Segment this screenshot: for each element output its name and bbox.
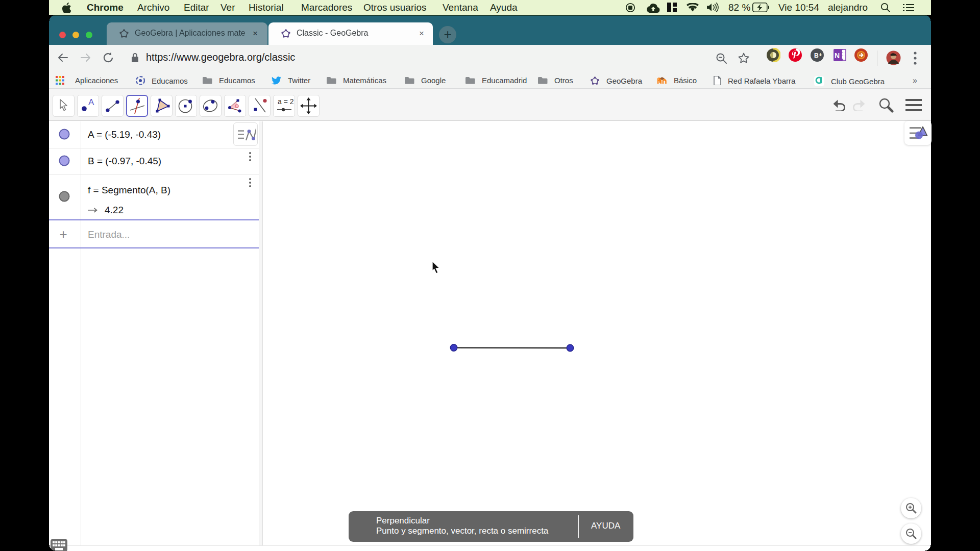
svg-text:N: N — [835, 52, 840, 60]
svg-text:a = 2: a = 2 — [278, 97, 294, 106]
svg-text:B: B — [814, 52, 819, 59]
svg-text:+: + — [819, 52, 822, 58]
svg-text:A: A — [88, 97, 94, 107]
